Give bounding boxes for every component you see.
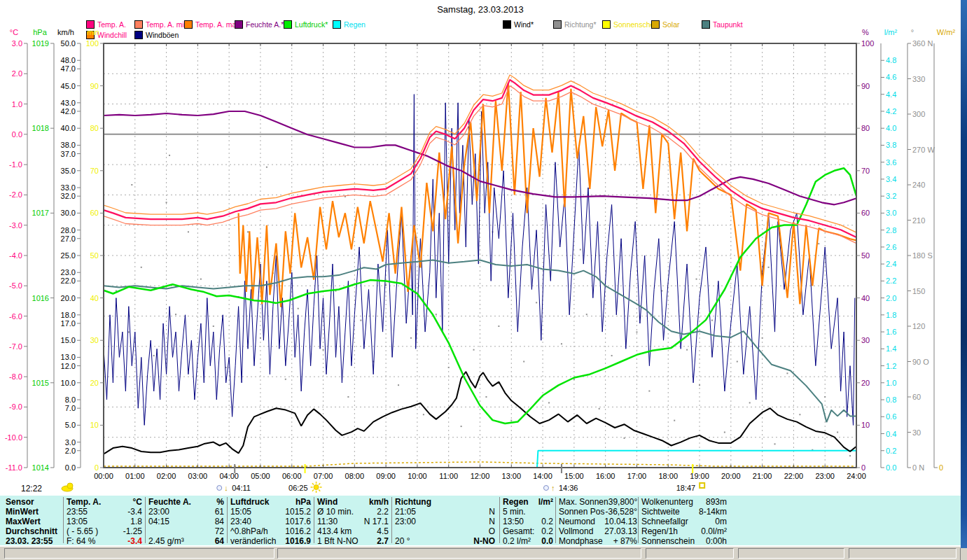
svg-text:43.0: 43.0 [61, 99, 76, 107]
svg-text:28.0: 28.0 [61, 226, 76, 234]
svg-text:1018: 1018 [32, 124, 49, 132]
svg-text:40.0: 40.0 [61, 124, 76, 132]
svg-text:09:00: 09:00 [376, 472, 396, 480]
svg-text:1016: 1016 [32, 294, 49, 302]
desktop-background-strip [961, 0, 967, 560]
svg-text:04:11: 04:11 [232, 484, 251, 492]
svg-text:1.8: 1.8 [886, 311, 896, 319]
table-cell: 23:00N [395, 517, 495, 526]
svg-text:17:00: 17:00 [627, 472, 647, 480]
svg-text:33.0: 33.0 [61, 183, 76, 192]
svg-text:12:22: 12:22 [21, 484, 42, 493]
svg-text:1015: 1015 [32, 379, 49, 387]
svg-text:2.0: 2.0 [65, 447, 76, 455]
svg-text:21:00: 21:00 [753, 472, 772, 480]
table-col-header: Feuchte A.% [148, 498, 224, 507]
table-info-cell: Wolkenunterg893m [641, 498, 727, 507]
weather-app-window: Samstag, 23.03.2013 Temp. A.Temp. A. min… [0, 0, 967, 560]
svg-text:4.6: 4.6 [886, 73, 896, 81]
axis-lm2: l/m²4.84.64.44.24.03.83.63.43.23.02.82.6… [881, 28, 897, 472]
svg-text:-8.0: -8.0 [9, 372, 22, 381]
table-cell: ( - 5.65 )-1.25 [67, 527, 142, 536]
table-row-header: Durchschnitt [6, 527, 57, 536]
svg-text:32.0: 32.0 [61, 192, 76, 200]
svg-text:300: 300 [912, 110, 925, 118]
svg-text:14:00: 14:00 [533, 472, 552, 480]
svg-text:3.8: 3.8 [886, 141, 896, 149]
svg-text:0.8: 0.8 [886, 396, 896, 404]
svg-text:1019: 1019 [32, 39, 49, 48]
table-separator [63, 497, 64, 543]
svg-text:45.0: 45.0 [61, 82, 76, 90]
svg-text:4.2: 4.2 [886, 107, 896, 115]
svg-text:100: 100 [861, 39, 874, 48]
status-pane [277, 548, 641, 559]
svg-text:27.0: 27.0 [61, 234, 76, 243]
svg-text:-11.0: -11.0 [6, 463, 22, 472]
table-row-header: MinWert [6, 507, 39, 517]
svg-text:1.6: 1.6 [886, 328, 896, 336]
table-separator [499, 497, 500, 543]
table-cell: 04:1584 [148, 517, 224, 526]
svg-text:8.0: 8.0 [65, 396, 76, 404]
svg-text:0.0: 0.0 [65, 463, 76, 472]
svg-text:-6.0: -6.0 [9, 312, 22, 321]
svg-text:01:00: 01:00 [125, 472, 145, 480]
svg-text:1.0: 1.0 [12, 100, 22, 108]
table-cell: 13:500.2 [503, 517, 553, 526]
table-info-cell: Max. Sonnen39,800° [559, 498, 637, 507]
svg-text:%: % [862, 28, 869, 36]
svg-text:7.0: 7.0 [65, 404, 76, 412]
svg-text:330: 330 [912, 75, 925, 83]
svg-text:15.0: 15.0 [61, 336, 76, 344]
svg-text:60: 60 [90, 209, 99, 217]
svg-text:06:00: 06:00 [282, 472, 302, 480]
table-row-header: Sensor [6, 498, 34, 507]
svg-text:07:00: 07:00 [314, 472, 333, 480]
svg-text:04:00: 04:00 [219, 472, 239, 480]
svg-text:13:00: 13:00 [502, 472, 522, 480]
svg-text:60: 60 [912, 393, 921, 401]
table-info-cell: Sonnenschein0:00h [641, 537, 727, 546]
svg-text:38.0: 38.0 [61, 141, 76, 149]
table-col-header: Richtung [395, 498, 495, 507]
table-cell: Ø 10 min.2.2 [317, 507, 389, 517]
table-cell: veränderlich1016.9 [230, 537, 311, 546]
svg-text:14:36: 14:36 [559, 484, 578, 492]
svg-text:-1.0: -1.0 [9, 160, 22, 169]
svg-text:0: 0 [95, 463, 99, 472]
table-cell: 1 Bft N-NO2.7 [317, 537, 389, 546]
svg-text:hPa: hPa [33, 28, 47, 36]
table-cell: 2.45 g/m³64 [148, 537, 224, 546]
table-col-header: Temp. A.°C [67, 498, 142, 507]
svg-text:20.0: 20.0 [61, 294, 76, 302]
svg-text:l/m²: l/m² [884, 28, 898, 36]
svg-text:0.2: 0.2 [886, 447, 896, 455]
table-cell: 23:401017.6 [230, 517, 311, 526]
svg-text:4.0: 4.0 [886, 124, 896, 132]
svg-text:90: 90 [861, 82, 870, 90]
svg-text:3.0: 3.0 [886, 209, 896, 217]
status-bar [0, 547, 961, 560]
svg-text:80: 80 [90, 124, 99, 132]
svg-text:1.4: 1.4 [886, 344, 896, 353]
svg-text:35.0: 35.0 [61, 167, 76, 175]
svg-text:18:47: 18:47 [676, 484, 696, 492]
table-separator [145, 497, 146, 543]
svg-text:3.6: 3.6 [886, 158, 896, 167]
svg-text:0.0: 0.0 [12, 130, 22, 139]
svg-text:30.0: 30.0 [61, 209, 76, 217]
svg-text:12.0: 12.0 [61, 362, 76, 370]
svg-text:360 N: 360 N [912, 39, 933, 48]
svg-text:47.0: 47.0 [61, 64, 76, 73]
svg-text:50: 50 [861, 251, 870, 260]
svg-text:16:00: 16:00 [596, 472, 615, 480]
svg-text:180 S: 180 S [912, 251, 933, 260]
svg-text:37.0: 37.0 [61, 150, 76, 158]
noon-marker: 12:22 [21, 483, 73, 493]
svg-text:22:00: 22:00 [784, 472, 804, 480]
svg-text:20: 20 [861, 379, 870, 387]
svg-text:0 N: 0 N [912, 463, 924, 472]
table-separator [555, 497, 556, 543]
svg-text:min: min [87, 28, 99, 36]
